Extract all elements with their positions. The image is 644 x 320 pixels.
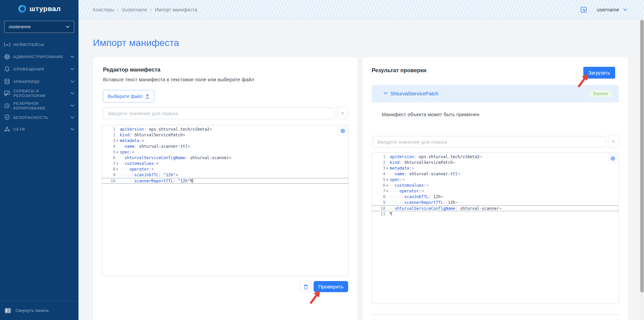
- footer-divider: [372, 314, 619, 315]
- code-line: 3▼metadata:¤: [102, 138, 348, 144]
- choose-file-label: Выберите файл: [108, 94, 143, 99]
- user-menu-chevron-icon[interactable]: [623, 8, 627, 11]
- editor-hint: Вставьте текст манифеста в текстовое пол…: [103, 77, 254, 82]
- result-search-input[interactable]: Введите значение для поиска: [372, 136, 606, 148]
- annotation-arrow-upload: [575, 71, 592, 90]
- code-line: 9······scanJobTTL:·"12h"¤: [102, 172, 348, 178]
- breadcrumb-separator: ›: [117, 7, 119, 12]
- sidebar-item-label: СЕРВИСЫ И РЕПОЗИТОРИИ: [13, 89, 70, 98]
- backup-icon: [3, 102, 11, 109]
- choose-file-button[interactable]: Выберите файл: [103, 90, 154, 102]
- breadcrumb-item: Импорт манифеста: [155, 7, 197, 12]
- collapse-panel-icon: [5, 308, 11, 313]
- manifest-editor-card: Редактор манифеста Вставьте текст манифе…: [93, 57, 358, 320]
- code-line: 10······scannerReportTTL:·"12h"¶: [102, 178, 348, 184]
- header: Кластеры›clustername›Импорт манифеста us…: [78, 0, 644, 19]
- code-line: 5▼spec:¤: [102, 149, 348, 155]
- sidebar-item-bell[interactable]: ОПОВЕЩЕНИЯ: [0, 65, 78, 74]
- sidebar-item-label: ОПОВЕЩЕНИЯ: [13, 67, 70, 72]
- sidebar-item-label: СЕТИ: [13, 127, 70, 132]
- chevron-down-icon: [70, 116, 74, 119]
- breadcrumb-item[interactable]: Кластеры: [93, 7, 114, 12]
- namespaces-icon: {=}: [3, 41, 11, 48]
- code-line: 2kind:·ShturvalServicePatch¬: [372, 160, 619, 166]
- sidebar-item-label: РЕЗЕРВНОЕ КОПИРОВАНИЕ: [13, 101, 70, 110]
- cluster-select[interactable]: clusteranme: [4, 21, 74, 33]
- scrollbar[interactable]: [640, 19, 644, 320]
- code-line: 6▼··customvalues:¬: [372, 183, 619, 188]
- logo-icon: [18, 4, 27, 13]
- result-editor-settings-button[interactable]: [608, 154, 617, 163]
- logo: штурвал: [0, 4, 78, 13]
- code-line: 9······scannerReportTTL:·12h¬: [372, 200, 619, 205]
- breadcrumb-item[interactable]: clustername: [122, 7, 147, 12]
- sidebar: штурвал clusteranme {=}НЕЙМСПЕЙСЫАДМИНИС…: [0, 0, 78, 320]
- svg-text:{=}: {=}: [3, 42, 11, 47]
- collapse-panel-label: Свернуть панель: [15, 308, 49, 313]
- chevron-down-icon: [70, 104, 74, 107]
- code-line: 2kind:·ShturvalServicePatch¤: [102, 132, 348, 138]
- result-card-title: Результат проверки: [372, 67, 426, 74]
- code-line: 11¶: [372, 211, 619, 217]
- collapse-chevron-icon[interactable]: [383, 92, 388, 95]
- editor-search-placeholder: Введите значение для поиска: [108, 110, 178, 116]
- editor-settings-button[interactable]: [338, 127, 347, 135]
- result-editor[interactable]: 1apiVersion:·ops.shturval.tech/v1beta2¬2…: [372, 152, 619, 304]
- code-line: 1apiVersion:·ops.shturval.tech/v1beta2¤: [102, 127, 348, 132]
- exit-fullscreen-icon[interactable]: [580, 6, 587, 13]
- network-icon: [3, 126, 11, 133]
- code-line: 6··shturvalServiceConfigName:·shturval-s…: [102, 155, 348, 161]
- sidebar-item-label: БЕЗОПАСНОСТЬ: [13, 115, 70, 120]
- bell-icon: [3, 65, 11, 73]
- page-title: Импорт манифеста: [93, 38, 179, 48]
- chevron-down-icon: [70, 80, 74, 83]
- chevron-down-icon: [70, 128, 74, 131]
- breadcrumb-separator: ›: [150, 7, 152, 12]
- chevron-down-icon: [70, 92, 74, 95]
- code-line: 10··shturvalServiceConfigName:·shturval-…: [372, 205, 619, 211]
- result-message: Манифест объекта может быть применен: [382, 111, 479, 117]
- editor-search-clear-button[interactable]: ×: [337, 106, 348, 119]
- code-line: 8······scanJobTTL:·12h¬: [372, 194, 619, 200]
- code-line: 4··name:·shturval-scanner-ttl¬: [372, 171, 619, 177]
- sidebar-item-namespaces[interactable]: {=}НЕЙМСПЕЙСЫ: [0, 40, 78, 49]
- sidebar-item-gear[interactable]: АДМИНИСТРИРОВАНИЕ: [0, 52, 78, 61]
- services-icon: [3, 90, 11, 97]
- annotation-arrow-check: [307, 287, 324, 307]
- result-search-placeholder: Введите значение для поиска: [377, 139, 447, 145]
- scrollbar-thumb[interactable]: [640, 20, 644, 292]
- gear-icon: [610, 156, 615, 161]
- code-line: 7▼··customvalues:¤: [102, 161, 348, 167]
- sidebar-item-backup[interactable]: РЕЗЕРВНОЕ КОПИРОВАНИЕ: [0, 101, 78, 110]
- sidebar-item-database[interactable]: ХРАНИЛИЩЕ: [0, 77, 78, 86]
- collapse-panel-button[interactable]: Свернуть панель: [0, 301, 78, 320]
- manifest-editor[interactable]: 1apiVersion:·ops.shturval.tech/v1beta2¤2…: [102, 125, 349, 276]
- result-search-clear-button[interactable]: ×: [608, 135, 619, 148]
- code-line: 5▼spec:¬: [372, 177, 619, 183]
- sidebar-item-label: ХРАНИЛИЩЕ: [13, 79, 70, 84]
- code-line: 4··name:·shturval-scanner-ttl¤: [102, 144, 348, 149]
- database-icon: [3, 78, 11, 85]
- check-result-card: Результат проверки Загрузить ShturvalSer…: [362, 57, 628, 320]
- chevron-down-icon: [70, 55, 74, 58]
- chevron-down-icon: [70, 68, 74, 71]
- gear-icon: [3, 53, 11, 60]
- cluster-select-value: clusteranme: [9, 25, 66, 29]
- result-object-kind[interactable]: ShturvalServicePatch: [390, 91, 438, 96]
- status-badge: Success: [590, 90, 611, 97]
- sidebar-item-label: НЕЙМСПЕЙСЫ: [13, 42, 74, 47]
- code-line: 3▼metadata:¬: [372, 166, 619, 171]
- code-line: 8▼····operator:¤: [102, 167, 348, 172]
- sidebar-item-shield[interactable]: БЕЗОПАСНОСТЬ: [0, 113, 78, 122]
- main-content: Импорт манифеста Редактор манифеста Вста…: [78, 19, 644, 320]
- chevron-down-icon: [66, 26, 70, 28]
- sidebar-item-network[interactable]: СЕТИ: [0, 125, 78, 134]
- code-line: 7▼····operator:¬: [372, 188, 619, 194]
- editor-search-input[interactable]: Введите значение для поиска: [103, 107, 335, 119]
- sidebar-item-services[interactable]: СЕРВИСЫ И РЕПОЗИТОРИИ: [0, 89, 78, 98]
- gear-icon: [340, 128, 345, 134]
- editor-card-title: Редактор манифеста: [103, 66, 160, 73]
- code-line: 1apiVersion:·ops.shturval.tech/v1beta2¬: [372, 154, 619, 160]
- shield-icon: [3, 114, 11, 121]
- username[interactable]: username: [597, 7, 619, 12]
